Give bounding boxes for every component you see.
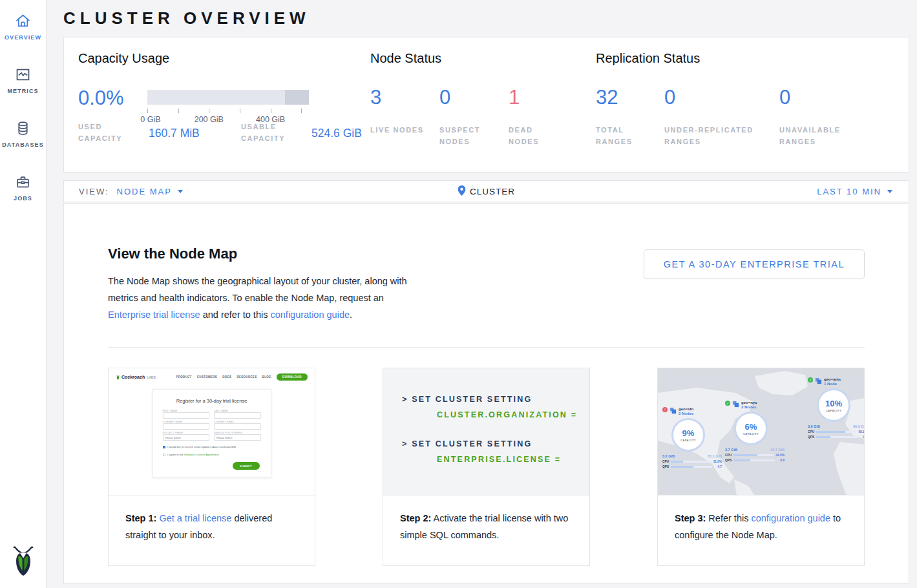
breadcrumb: CLUSTER	[458, 185, 515, 198]
capacity-donut: 9% CAPACITY	[671, 418, 705, 452]
capacity-donut: 6% CAPACITY	[734, 412, 768, 445]
geo-badge-sfo: ! geo=sfo 2 Nodes 9% CAPACITY	[662, 407, 727, 468]
gauge-tick-200: 200 GiB	[195, 115, 224, 124]
step2-card: > SET CLUSTER SETTING CLUSTER.ORGANIZATI…	[383, 368, 590, 566]
mini-license-link: Software License Agreement.	[184, 453, 220, 456]
capacity-percent: 9%	[682, 428, 695, 438]
mini-input	[163, 412, 210, 419]
replication-status-title: Replication Status	[596, 51, 834, 66]
total-ranges-value: 32	[596, 86, 664, 109]
jobs-icon	[14, 173, 32, 191]
dead-nodes-metric: 1 DEAD NODES	[509, 86, 578, 147]
suspect-nodes-label: SUSPECT NODES	[439, 124, 494, 147]
sql-arg-2: ENTERPRISE.LICENSE =	[437, 455, 589, 464]
under-replicated-label: UNDER-REPLICATED RANGES	[664, 124, 761, 147]
used-gib: 3.7 GiB	[725, 448, 737, 452]
gauge-tick-0: 0 GiB	[140, 115, 160, 124]
capacity-percent: 10%	[825, 399, 842, 408]
location-pin-icon	[458, 185, 465, 198]
under-replicated-metric: 0 UNDER-REPLICATED RANGES	[664, 86, 779, 147]
mini-checkbox-checked	[163, 446, 166, 449]
qps-value: 4.7	[714, 465, 722, 468]
live-nodes-metric: 3 LIVE NODES	[370, 86, 439, 147]
sidebar-item-label: METRICS	[7, 88, 38, 94]
qps-label: QPS	[808, 436, 814, 439]
cpu-value: 11.0%	[713, 460, 722, 463]
suspect-nodes-value: 0	[439, 86, 509, 109]
mini-site-nav: PRODUCT CUSTOMERS DOCS RESOURCES BLOG DO…	[176, 373, 308, 381]
view-value: NODE MAP	[117, 187, 172, 196]
step3-label: Step 3:	[675, 513, 706, 523]
view-label: VIEW:	[79, 187, 109, 196]
configuration-guide-link[interactable]: configuration guide	[270, 310, 350, 320]
step3-caption: Step 3: Refer this configuration guide t…	[658, 496, 864, 558]
metrics-icon	[14, 66, 32, 83]
live-status-icon: ✓	[808, 377, 813, 383]
capacity-percent: 0.0%	[78, 87, 147, 110]
chevron-down-icon	[887, 190, 892, 193]
qps-label: QPS	[662, 465, 669, 468]
chevron-down-icon	[178, 190, 183, 193]
qps-label: QPS	[725, 459, 732, 462]
get-trial-license-link[interactable]: Get a trial license	[159, 513, 231, 523]
locality-name: geo=ams	[824, 377, 841, 381]
step3-map-preview: ! geo=sfo 2 Nodes 9% CAPACITY	[658, 368, 864, 496]
locality-name: geo=nyc	[741, 401, 757, 404]
step3-text: Refer this	[706, 513, 751, 523]
total-gib: 35.1 GiB	[708, 454, 722, 458]
gauge-tick-400: 400 GiB	[256, 115, 285, 124]
sidebar-item-overview[interactable]: OVERVIEW	[5, 12, 41, 41]
configuration-guide-link[interactable]: configuration guide	[751, 513, 830, 523]
mini-trial-form: Register for a 30-day trial license FIRS…	[153, 389, 271, 478]
sidebar: OVERVIEW METRICS DATABASES	[0, 0, 47, 588]
unavailable-ranges-label: UNAVAILABLE RANGES	[779, 124, 834, 147]
node-map-description: The Node Map shows the geographical layo…	[108, 273, 413, 323]
view-selector-dropdown[interactable]: VIEW: NODE MAP	[79, 187, 183, 196]
node-status-section: Node Status 3 LIVE NODES 0 SUSPECT NODES…	[370, 51, 596, 172]
total-gib: 43.7 GiB	[770, 448, 785, 452]
capacity-label: CAPACITY	[826, 409, 841, 412]
replication-status-section: Replication Status 32 TOTAL RANGES 0 UND…	[596, 51, 834, 172]
total-ranges-metric: 32 TOTAL RANGES	[596, 86, 664, 147]
used-capacity-value: 160.7 MiB	[149, 127, 229, 144]
mini-form-title: Register for a 30-day trial license	[163, 398, 261, 404]
step2-label: Step 2:	[400, 513, 431, 523]
used-capacity-label: USED CAPACITY	[78, 121, 138, 144]
node-status-title: Node Status	[370, 51, 596, 66]
enterprise-trial-license-link[interactable]: Enterprise trial license	[108, 310, 200, 320]
mini-checkbox2-label: I agree to the	[167, 453, 184, 456]
sidebar-item-databases[interactable]: DATABASES	[2, 120, 44, 148]
logo-suffix: LABS	[147, 375, 156, 379]
sql-command-2: > SET CLUSTER SETTING	[402, 439, 589, 448]
geo-badge-nyc: ✓ geo=nyc 2 Nodes 6% CAPACITY	[725, 401, 790, 462]
desc-text: and refer to this	[200, 310, 271, 320]
used-gib: 3.6 GiB	[808, 425, 820, 428]
capacity-usage-title: Capacity Usage	[78, 51, 370, 66]
cpu-value: 42.5%	[775, 454, 785, 457]
capacity-gauge-bar	[147, 90, 309, 105]
capacity-gauge: 0 GiB 200 GiB 400 GiB	[147, 90, 309, 110]
qps-value: 0.8	[777, 459, 785, 462]
mini-input	[214, 412, 261, 419]
logo-text: Cockroach	[121, 375, 145, 379]
node-cluster-icon	[815, 377, 822, 384]
sidebar-item-jobs[interactable]: JOBS	[14, 173, 32, 202]
mini-nav-blog: BLOG	[262, 375, 271, 379]
unavailable-ranges-value: 0	[779, 86, 834, 109]
breadcrumb-cluster: CLUSTER	[470, 187, 515, 196]
node-cluster-icon	[732, 401, 739, 408]
mini-checkbox-empty	[163, 454, 166, 457]
dead-status-icon: !	[662, 407, 668, 412]
time-range-dropdown[interactable]: LAST 10 MIN	[817, 187, 892, 196]
databases-icon	[14, 120, 32, 137]
suspect-nodes-metric: 0 SUSPECT NODES	[439, 86, 509, 147]
sidebar-item-label: JOBS	[14, 195, 32, 202]
cockroachdb-logo	[10, 544, 37, 580]
enterprise-trial-button[interactable]: GET A 30-DAY ENTERPRISE TRIAL	[644, 249, 865, 279]
mini-select: Please Select	[214, 434, 261, 441]
cpu-label: CPU	[808, 430, 814, 434]
main-content: CLUSTER OVERVIEW Capacity Usage 0.0% 0 G…	[47, 0, 917, 583]
sidebar-item-metrics[interactable]: METRICS	[7, 66, 38, 94]
mini-input	[163, 423, 210, 430]
mini-nav-resources: RESOURCES	[237, 375, 257, 379]
